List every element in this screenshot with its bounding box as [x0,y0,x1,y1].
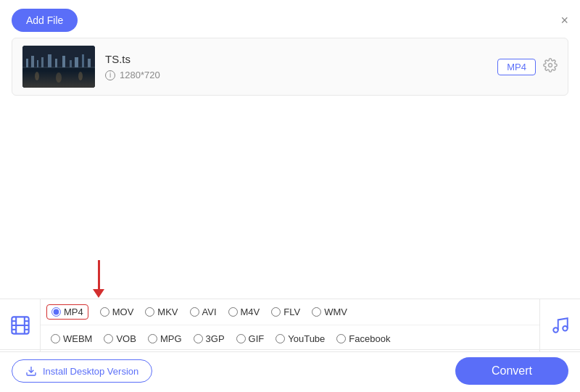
format-option-avi[interactable]: AVI [190,306,217,317]
file-resolution: 1280*720 [120,70,160,80]
mp4-highlight-box: MP4 [46,304,88,320]
settings-button[interactable] [543,58,558,76]
action-bar: Install Desktop Version Convert [0,349,580,392]
install-desktop-button[interactable]: Install Desktop Version [12,359,152,383]
format-label-3gp: 3GP [206,333,225,344]
radio-facebook[interactable] [336,334,346,343]
radio-mpg[interactable] [148,334,157,343]
format-label-vob: VOB [116,333,136,344]
convert-button[interactable]: Convert [455,357,568,385]
format-option-facebook[interactable]: Facebook [336,333,390,344]
format-section: MP4 MOV MKV AVI M4V FLV [0,299,580,352]
download-icon [25,365,37,377]
svg-point-14 [35,72,39,80]
radio-3gp[interactable] [194,334,203,343]
format-option-vob[interactable]: VOB [104,333,136,344]
svg-point-27 [563,326,568,331]
file-name: TS.ts [105,53,497,65]
file-info: TS.ts i 1280*720 [105,53,497,80]
thumbnail-image [22,46,95,88]
file-list-item: TS.ts i 1280*720 MP4 [12,38,568,96]
file-meta: i 1280*720 [105,70,497,80]
radio-m4v[interactable] [228,307,238,317]
radio-wmv[interactable] [312,307,321,317]
format-label-gif: GIF [249,333,265,344]
format-label-webm: WEBM [63,333,92,344]
format-option-flv[interactable]: FLV [271,306,300,317]
format-option-mp4[interactable]: MP4 [46,304,88,320]
music-icon [551,316,570,335]
format-label-mkv: MKV [157,306,178,317]
svg-rect-2 [26,59,28,67]
format-label-mpg: MPG [160,333,182,344]
file-thumbnail [22,46,95,88]
format-line-2: WEBM VOB MPG 3GP GIF YouTube [41,325,539,351]
svg-rect-11 [82,54,84,67]
svg-rect-6 [48,54,51,67]
format-option-mpg[interactable]: MPG [148,333,182,344]
arrow-head [93,289,104,298]
arrow-indicator [93,260,104,298]
top-bar: Add File × [0,0,580,38]
format-label-flv: FLV [283,306,300,317]
svg-rect-1 [22,67,95,88]
video-format-icon-wrap [0,299,41,351]
format-option-m4v[interactable]: M4V [228,306,260,317]
format-option-mov[interactable]: MOV [100,306,134,317]
arrow-shaft [98,260,100,289]
format-badge-button[interactable]: MP4 [497,59,536,75]
format-lines: MP4 MOV MKV AVI M4V FLV [41,299,539,351]
format-option-mkv[interactable]: MKV [145,306,178,317]
svg-rect-9 [70,60,72,67]
radio-youtube[interactable] [276,334,285,343]
format-line-1: MP4 MOV MKV AVI M4V FLV [41,299,539,325]
radio-vob[interactable] [104,334,113,343]
format-option-youtube[interactable]: YouTube [276,333,325,344]
film-icon [10,315,30,335]
audio-format-icon-wrap[interactable] [539,299,580,351]
format-option-gif[interactable]: GIF [236,333,265,344]
svg-point-17 [549,63,552,67]
info-icon: i [105,70,115,80]
format-option-webm[interactable]: WEBM [51,333,92,344]
svg-rect-7 [55,59,57,67]
svg-rect-3 [31,56,34,67]
close-button[interactable]: × [560,14,568,27]
svg-point-16 [78,72,83,80]
svg-rect-4 [37,60,38,67]
radio-avi[interactable] [190,307,199,317]
format-label-avi: AVI [202,306,217,317]
radio-mkv[interactable] [145,307,154,317]
file-actions: MP4 [497,58,558,76]
radio-mov[interactable] [100,307,109,317]
gear-icon [543,58,558,72]
format-option-wmv[interactable]: WMV [312,306,347,317]
svg-point-26 [553,328,558,333]
radio-webm[interactable] [51,334,60,343]
svg-rect-12 [88,59,91,67]
format-label-mp4: MP4 [64,306,83,317]
svg-rect-5 [41,57,44,67]
install-button-label: Install Desktop Version [43,366,138,377]
svg-rect-10 [75,57,78,67]
add-file-button[interactable]: Add File [12,9,78,32]
svg-rect-8 [62,56,65,67]
radio-mp4[interactable] [51,307,61,317]
radio-flv[interactable] [271,307,281,317]
format-option-3gp[interactable]: 3GP [194,333,225,344]
format-label-m4v: M4V [241,306,260,317]
radio-gif[interactable] [236,334,246,343]
format-label-facebook: Facebook [349,333,390,344]
format-label-wmv: WMV [324,306,347,317]
format-label-youtube: YouTube [288,333,325,344]
svg-point-15 [56,72,62,83]
format-label-mov: MOV [112,306,134,317]
